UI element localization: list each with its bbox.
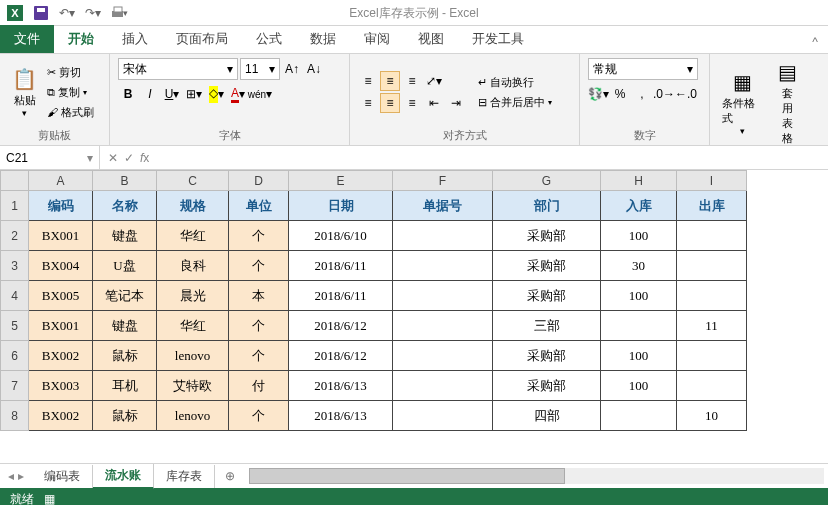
collapse-ribbon-icon[interactable]: ^ <box>802 31 828 53</box>
row-header-6[interactable]: 6 <box>1 341 29 371</box>
cell[interactable]: 艾特欧 <box>157 371 229 401</box>
fill-color-button[interactable]: ◇▾ <box>206 84 226 104</box>
cell[interactable]: 付 <box>229 371 289 401</box>
indent-inc-button[interactable]: ⇥ <box>446 93 466 113</box>
cell[interactable]: 本 <box>229 281 289 311</box>
font-size-combo[interactable]: 11▾ <box>240 58 280 80</box>
cell[interactable]: 2018/6/12 <box>289 341 393 371</box>
cell[interactable]: lenovo <box>157 401 229 431</box>
cell[interactable]: 笔记本 <box>93 281 157 311</box>
sheet-tab-3[interactable]: 库存表 <box>154 465 215 488</box>
cell[interactable]: 个 <box>229 251 289 281</box>
cell[interactable]: 键盘 <box>93 221 157 251</box>
font-name-combo[interactable]: 宋体▾ <box>118 58 238 80</box>
align-center-button[interactable]: ≡ <box>380 93 400 113</box>
cell[interactable] <box>393 341 493 371</box>
tab-review[interactable]: 审阅 <box>350 25 404 53</box>
cell[interactable] <box>601 311 677 341</box>
accounting-button[interactable]: 💱▾ <box>588 84 608 104</box>
align-bottom-button[interactable]: ≡ <box>402 71 422 91</box>
worksheet-grid[interactable]: ABCDEFGHI1编码名称规格单位日期单据号部门入库出库2BX001键盘华红个… <box>0 170 828 463</box>
cell[interactable]: 100 <box>601 371 677 401</box>
cell[interactable]: 四部 <box>493 401 601 431</box>
tab-file[interactable]: 文件 <box>0 25 54 53</box>
col-header-G[interactable]: G <box>493 171 601 191</box>
header-cell[interactable]: 编码 <box>29 191 93 221</box>
row-header-5[interactable]: 5 <box>1 311 29 341</box>
tab-data[interactable]: 数据 <box>296 25 350 53</box>
col-header-D[interactable]: D <box>229 171 289 191</box>
cell[interactable]: BX003 <box>29 371 93 401</box>
cell[interactable]: 2018/6/11 <box>289 281 393 311</box>
cell[interactable]: BX001 <box>29 311 93 341</box>
header-cell[interactable]: 单位 <box>229 191 289 221</box>
percent-button[interactable]: % <box>610 84 630 104</box>
grow-font-button[interactable]: A↑ <box>282 59 302 79</box>
cell[interactable] <box>393 251 493 281</box>
cell[interactable]: 个 <box>229 401 289 431</box>
cell[interactable] <box>393 311 493 341</box>
header-cell[interactable]: 入库 <box>601 191 677 221</box>
tab-insert[interactable]: 插入 <box>108 25 162 53</box>
inc-decimal-button[interactable]: .0→ <box>654 84 674 104</box>
cond-format-button[interactable]: ▦ 条件格式▾ <box>718 58 767 148</box>
fx-icon[interactable]: fx <box>140 151 149 165</box>
sheet-tab-1[interactable]: 编码表 <box>32 465 93 488</box>
underline-button[interactable]: U▾ <box>162 84 182 104</box>
cell[interactable] <box>601 401 677 431</box>
cell[interactable]: 个 <box>229 341 289 371</box>
cell[interactable] <box>393 401 493 431</box>
col-header-H[interactable]: H <box>601 171 677 191</box>
cut-button[interactable]: ✂剪切 <box>47 63 94 81</box>
add-sheet-button[interactable]: ⊕ <box>215 469 245 483</box>
cell[interactable]: 鼠标 <box>93 401 157 431</box>
cell[interactable]: U盘 <box>93 251 157 281</box>
row-header-4[interactable]: 4 <box>1 281 29 311</box>
header-cell[interactable]: 名称 <box>93 191 157 221</box>
wrap-text-button[interactable]: ↵自动换行 <box>478 73 552 91</box>
save-icon[interactable] <box>32 4 50 22</box>
cell[interactable]: 个 <box>229 221 289 251</box>
cell[interactable]: 良科 <box>157 251 229 281</box>
cell[interactable]: 2018/6/12 <box>289 311 393 341</box>
cell[interactable]: 10 <box>677 401 747 431</box>
cell[interactable]: 采购部 <box>493 251 601 281</box>
col-header-C[interactable]: C <box>157 171 229 191</box>
col-header-A[interactable]: A <box>29 171 93 191</box>
tab-view[interactable]: 视图 <box>404 25 458 53</box>
cell[interactable]: 2018/6/10 <box>289 221 393 251</box>
orientation-button[interactable]: ⤢▾ <box>424 71 444 91</box>
cell[interactable]: 2018/6/11 <box>289 251 393 281</box>
header-cell[interactable]: 规格 <box>157 191 229 221</box>
paste-button[interactable]: 📋 粘贴 ▾ <box>8 58 41 126</box>
cell[interactable]: 100 <box>601 221 677 251</box>
col-header-E[interactable]: E <box>289 171 393 191</box>
cell[interactable] <box>677 371 747 401</box>
tab-home[interactable]: 开始 <box>54 25 108 53</box>
cell[interactable] <box>393 281 493 311</box>
row-header-2[interactable]: 2 <box>1 221 29 251</box>
col-header-I[interactable]: I <box>677 171 747 191</box>
cell[interactable]: 三部 <box>493 311 601 341</box>
cell[interactable]: BX002 <box>29 341 93 371</box>
align-top-button[interactable]: ≡ <box>358 71 378 91</box>
cell[interactable]: 采购部 <box>493 281 601 311</box>
cell[interactable]: 采购部 <box>493 221 601 251</box>
cell[interactable]: 华红 <box>157 311 229 341</box>
cell[interactable]: 2018/6/13 <box>289 371 393 401</box>
quickprint-icon[interactable]: ▾ <box>110 4 128 22</box>
cell[interactable]: lenovo <box>157 341 229 371</box>
row-header-7[interactable]: 7 <box>1 371 29 401</box>
cell[interactable]: BX004 <box>29 251 93 281</box>
font-color-button[interactable]: A▾ <box>228 84 248 104</box>
h-scrollbar[interactable] <box>249 468 824 484</box>
undo-icon[interactable]: ↶▾ <box>58 4 76 22</box>
h-scrollbar-thumb[interactable] <box>249 468 565 484</box>
cell[interactable]: 采购部 <box>493 341 601 371</box>
cell[interactable]: 2018/6/13 <box>289 401 393 431</box>
cell[interactable] <box>677 221 747 251</box>
cancel-icon[interactable]: ✕ <box>108 151 118 165</box>
cell[interactable]: 采购部 <box>493 371 601 401</box>
merge-center-button[interactable]: ⊟合并后居中▾ <box>478 93 552 111</box>
sheet-nav-first-icon[interactable]: ◂ <box>8 469 14 483</box>
